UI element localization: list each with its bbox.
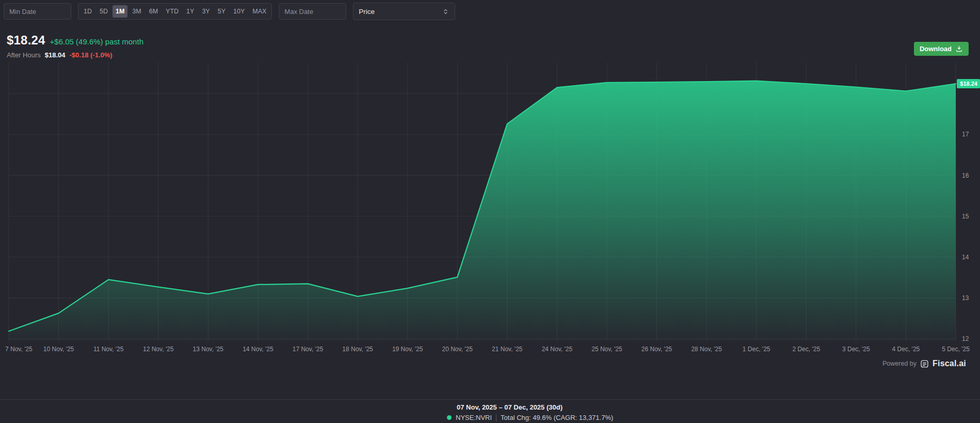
svg-text:17: 17	[962, 131, 969, 138]
powered-by-link[interactable]: Powered by Fiscal.ai	[882, 359, 966, 368]
svg-text:14 Nov, '25: 14 Nov, '25	[243, 346, 274, 353]
range-button-3m[interactable]: 3M	[129, 5, 144, 18]
series-row: NYSE:NVRI Total Chg: 49.6% (CAGR: 13,371…	[447, 414, 980, 421]
svg-text:26 Nov, '25: 26 Nov, '25	[641, 346, 672, 353]
range-button-5y[interactable]: 5Y	[215, 5, 229, 18]
svg-text:25 Nov, '25: 25 Nov, '25	[591, 346, 622, 353]
download-label: Download	[920, 45, 952, 53]
range-button-1y[interactable]: 1Y	[183, 5, 197, 18]
chart-canvas: 1716151413127 Nov, '2510 Nov, '2511 Nov,…	[0, 59, 980, 356]
current-price: $18.24	[7, 33, 45, 48]
range-button-group: 1D5D1M3M6MYTD1Y3Y5Y10YMAX	[78, 3, 272, 20]
range-button-ytd[interactable]: YTD	[163, 5, 182, 18]
svg-text:12 Nov, '25: 12 Nov, '25	[143, 346, 174, 353]
series-ticker: NYSE:NVRI	[456, 414, 492, 421]
download-button[interactable]: Download	[914, 42, 969, 56]
max-date-input[interactable]	[279, 3, 346, 20]
metric-select-value: Price	[359, 8, 375, 15]
svg-text:3 Dec, '25: 3 Dec, '25	[842, 346, 870, 353]
svg-text:11 Nov, '25: 11 Nov, '25	[93, 346, 124, 353]
price-header: $18.24 +$6.05 (49.6%) past month After H…	[7, 33, 969, 59]
svg-text:21 Nov, '25: 21 Nov, '25	[492, 346, 523, 353]
price-change: +$6.05 (49.6%) past month	[50, 37, 143, 46]
svg-text:5 Dec, '25: 5 Dec, '25	[942, 346, 970, 353]
range-button-1m[interactable]: 1M	[113, 5, 127, 18]
price-block: $18.24 +$6.05 (49.6%) past month After H…	[7, 33, 143, 59]
svg-text:16: 16	[962, 172, 969, 179]
svg-text:13: 13	[962, 294, 969, 302]
metric-select[interactable]: Price	[353, 3, 455, 20]
download-icon	[955, 45, 963, 53]
fiscal-ai-brand: Fiscal.ai	[933, 359, 966, 368]
last-price-tag: $18.24	[957, 79, 980, 88]
svg-text:15: 15	[962, 213, 969, 220]
svg-text:24 Nov, '25: 24 Nov, '25	[542, 346, 573, 353]
range-button-5d[interactable]: 5D	[97, 5, 111, 18]
svg-text:10 Nov, '25: 10 Nov, '25	[43, 346, 74, 353]
svg-text:18 Nov, '25: 18 Nov, '25	[342, 346, 373, 353]
svg-text:17 Nov, '25: 17 Nov, '25	[293, 346, 324, 353]
toolbar: 1D5D1M3M6MYTD1Y3Y5Y10YMAX Price	[4, 3, 455, 20]
fiscal-ai-logo-icon	[920, 359, 929, 368]
svg-text:20 Nov, '25: 20 Nov, '25	[442, 346, 473, 353]
svg-text:13 Nov, '25: 13 Nov, '25	[193, 346, 224, 353]
min-date-input[interactable]	[4, 3, 71, 20]
svg-text:28 Nov, '25: 28 Nov, '25	[691, 346, 722, 353]
svg-text:4 Dec, '25: 4 Dec, '25	[892, 346, 920, 353]
stock-chart-widget: 1D5D1M3M6MYTD1Y3Y5Y10YMAX Price $18.24 +…	[0, 0, 980, 423]
svg-text:7 Nov, '25: 7 Nov, '25	[5, 346, 33, 353]
chevrons-up-down-icon	[442, 8, 449, 15]
price-chart[interactable]: 1716151413127 Nov, '2510 Nov, '2511 Nov,…	[0, 59, 980, 356]
range-button-6m[interactable]: 6M	[146, 5, 161, 18]
date-range-summary: 07 Nov, 2025 – 07 Dec, 2025 (30d)	[457, 403, 980, 411]
after-hours-change: -$0.18 (-1.0%)	[70, 51, 113, 59]
series-divider	[496, 414, 496, 421]
svg-text:12: 12	[962, 335, 969, 342]
range-button-3y[interactable]: 3Y	[199, 5, 213, 18]
after-hours-price: $18.04	[45, 51, 66, 59]
svg-text:1 Dec, '25: 1 Dec, '25	[743, 346, 770, 353]
powered-by-label: Powered by	[882, 360, 917, 367]
svg-text:19 Nov, '25: 19 Nov, '25	[392, 346, 423, 353]
range-button-max[interactable]: MAX	[249, 5, 269, 18]
range-button-10y[interactable]: 10Y	[230, 5, 248, 18]
summary-panel: 07 Nov, 2025 – 07 Dec, 2025 (30d) NYSE:N…	[0, 399, 980, 423]
range-button-1d[interactable]: 1D	[81, 5, 95, 18]
after-hours-label: After Hours	[7, 51, 41, 59]
series-color-dot	[447, 415, 452, 420]
svg-text:14: 14	[962, 254, 969, 261]
svg-text:2 Dec, '25: 2 Dec, '25	[792, 346, 820, 353]
series-total-change: Total Chg: 49.6% (CAGR: 13,371.7%)	[501, 414, 613, 421]
